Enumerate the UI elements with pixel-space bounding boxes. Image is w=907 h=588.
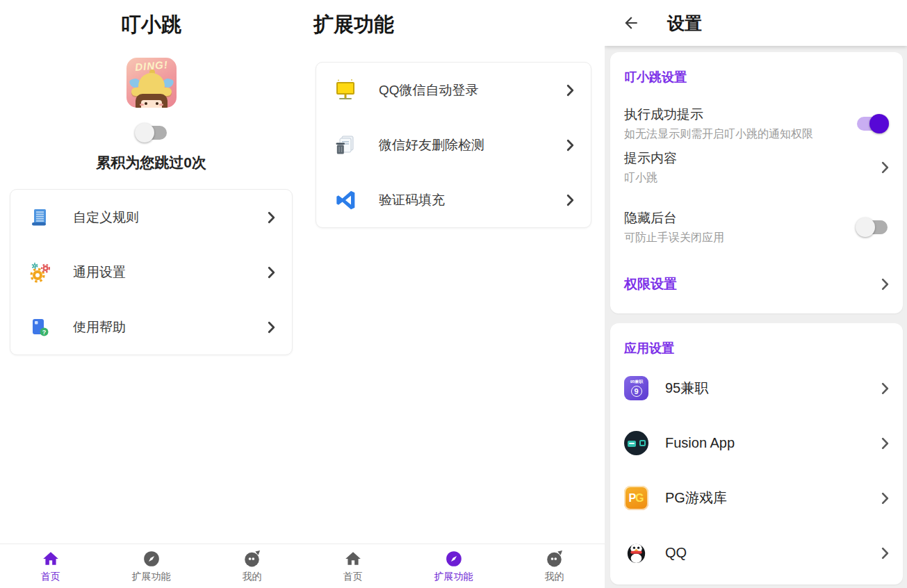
- chevron-right-icon: [566, 194, 574, 206]
- nav-label: 我的: [243, 571, 262, 583]
- app-label: Fusion App: [665, 435, 881, 451]
- bottom-nav: 首页 扩展功能 我的: [0, 544, 302, 588]
- chevron-right-icon: [881, 547, 889, 560]
- girl-eye-icon: [156, 102, 158, 105]
- girl-blush-icon: [140, 104, 144, 106]
- nav-extensions[interactable]: 扩展功能: [403, 544, 504, 588]
- chevron-right-icon: [881, 437, 889, 450]
- nav-home[interactable]: 首页: [0, 544, 101, 588]
- chevron-right-icon: [268, 211, 275, 224]
- setting-title: 执行成功提示: [624, 106, 847, 123]
- nav-mine[interactable]: 我的: [202, 544, 302, 588]
- girl-blush-icon: [159, 104, 163, 106]
- chevron-right-icon: [268, 321, 275, 334]
- chat-bubble-icon: [546, 550, 564, 568]
- gears-icon: [27, 260, 52, 285]
- chevron-right-icon: [881, 382, 889, 395]
- menu-item-label: QQ微信自动登录: [379, 81, 566, 99]
- menu-item-auto-login[interactable]: QQ微信自动登录: [316, 63, 591, 117]
- nav-extensions[interactable]: 扩展功能: [101, 544, 202, 588]
- settings-title: 设置: [667, 12, 702, 35]
- page-title: 扩展功能: [302, 0, 605, 37]
- hide-background-toggle[interactable]: [856, 218, 889, 237]
- menu-item-label: 通用设置: [73, 263, 268, 281]
- chevron-right-icon: [881, 278, 889, 291]
- setting-toast-content[interactable]: 提示内容 叮小跳: [610, 150, 903, 185]
- app-item-qq[interactable]: QQ: [610, 525, 903, 580]
- menu-item-help[interactable]: ? 使用帮助: [10, 300, 292, 354]
- menu-item-captcha-fill[interactable]: 验证码填充: [316, 172, 591, 227]
- compass-icon: [445, 550, 463, 568]
- home-icon: [344, 550, 362, 568]
- app-label: 95兼职: [665, 379, 881, 398]
- nav-label: 首页: [41, 571, 60, 583]
- chevron-right-icon: [268, 266, 275, 279]
- master-toggle[interactable]: [135, 123, 168, 142]
- back-arrow-icon: [622, 14, 640, 32]
- menu-item-label: 自定义规则: [73, 209, 268, 227]
- 95jianzhi-app-icon: 95兼职 9: [624, 376, 648, 400]
- nav-label: 扩展功能: [132, 571, 171, 583]
- toggle-thumb: [869, 114, 889, 133]
- nav-label: 首页: [343, 571, 363, 583]
- chevron-right-icon: [566, 139, 574, 152]
- nav-home[interactable]: 首页: [302, 544, 403, 588]
- menu-item-label: 验证码填充: [379, 191, 566, 209]
- app-label: QQ: [665, 545, 881, 561]
- setting-hide-background[interactable]: 隐藏后台 可防止手误关闭应用: [610, 210, 903, 245]
- section-header: 应用设置: [610, 323, 903, 355]
- nav-label: 我的: [545, 571, 564, 583]
- setting-permissions[interactable]: 权限设置: [610, 276, 903, 313]
- chevron-right-icon: [566, 84, 574, 97]
- extensions-screen: 扩展功能 QQ微信自动登录 微信好友删除检测: [302, 0, 605, 588]
- setting-title: 隐藏后台: [624, 210, 847, 227]
- skip-counter-text: 累积为您跳过0次: [0, 154, 302, 171]
- setting-title: 提示内容: [624, 150, 873, 167]
- toggle-thumb: [856, 218, 875, 237]
- app-label: PG游戏库: [665, 489, 881, 507]
- help-book-icon: ?: [27, 315, 52, 340]
- success-toast-toggle[interactable]: [856, 114, 889, 133]
- pg-games-app-icon: P G: [624, 486, 648, 510]
- setting-title: 权限设置: [624, 276, 873, 293]
- back-button[interactable]: [621, 13, 641, 33]
- rules-icon: [27, 205, 52, 230]
- qq-penguin-icon: [624, 541, 648, 565]
- setting-value: 叮小跳: [624, 171, 873, 185]
- menu-item-label: 使用帮助: [73, 318, 268, 336]
- toggle-thumb: [135, 123, 154, 142]
- bottom-nav: 首页 扩展功能 我的: [302, 544, 605, 588]
- extensions-card: QQ微信自动登录 微信好友删除检测 验证码填充: [316, 62, 591, 228]
- setting-subtitle: 如无法显示则需开启叮小跳的通知权限: [624, 127, 847, 141]
- girl-eye-icon: [145, 102, 147, 105]
- settings-screen: 设置 叮小跳设置 执行成功提示 如无法显示则需开启叮小跳的通知权限: [605, 0, 907, 588]
- fusion-app-icon: [624, 431, 648, 455]
- app-item-fusion[interactable]: Fusion App: [610, 416, 903, 471]
- setting-success-toast[interactable]: 执行成功提示 如无法显示则需开启叮小跳的通知权限: [610, 106, 903, 141]
- page-title: 叮小跳: [0, 0, 302, 37]
- screenshot-root: 叮小跳 DING! 累积为您跳过0次 自定义规则: [0, 0, 907, 588]
- document-trash-icon: [333, 133, 358, 158]
- menu-item-custom-rules[interactable]: 自定义规则: [10, 190, 292, 245]
- menu-item-general-settings[interactable]: 通用设置: [10, 245, 292, 300]
- vscode-icon: [333, 188, 358, 213]
- chevron-right-icon: [881, 161, 889, 174]
- monitor-icon: [333, 78, 358, 103]
- app-item-95jianzhi[interactable]: 95兼职 9 95兼职: [610, 361, 903, 416]
- compass-icon: [142, 550, 161, 568]
- nav-mine[interactable]: 我的: [504, 544, 605, 588]
- app-settings-card: 应用设置 95兼职 9 95兼职: [610, 323, 903, 585]
- menu-item-friend-delete-detect[interactable]: 微信好友删除检测: [316, 117, 591, 172]
- setting-subtitle: 可防止手误关闭应用: [624, 231, 847, 245]
- chat-bubble-icon: [243, 550, 261, 568]
- home-icon: [42, 550, 60, 568]
- ding-app-icon: DING!: [126, 58, 177, 108]
- home-screen: 叮小跳 DING! 累积为您跳过0次 自定义规则: [0, 0, 302, 588]
- home-menu-card: 自定义规则 通用设置 ? 使用帮助: [10, 189, 293, 355]
- nav-label: 扩展功能: [434, 571, 473, 583]
- app-item-pg-games[interactable]: P G PG游戏库: [610, 471, 903, 525]
- settings-scroll-area[interactable]: 叮小跳设置 执行成功提示 如无法显示则需开启叮小跳的通知权限 提示内容 叮小跳: [605, 46, 907, 585]
- menu-item-label: 微信好友删除检测: [379, 136, 566, 154]
- chevron-right-icon: [881, 492, 889, 505]
- section-header: 叮小跳设置: [610, 52, 903, 84]
